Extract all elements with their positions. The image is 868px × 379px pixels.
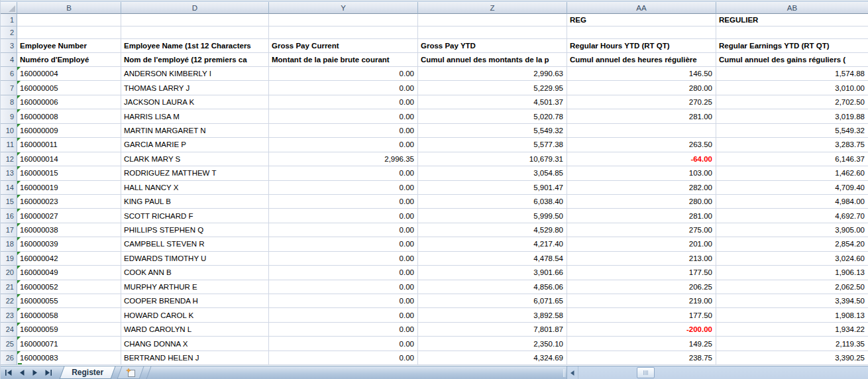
next-sheet-button[interactable] [29,368,40,378]
row-header[interactable]: 26 [1,351,17,365]
row-header[interactable]: 8 [1,95,17,109]
column-title-fr-B[interactable]: Numéro d'Employé [17,53,121,67]
cell-gross-pay-current[interactable]: 0.00 [269,252,418,266]
cell-regular-hours-ytd[interactable]: 201.00 [567,237,716,251]
column-title-fr-Y[interactable]: Montant de la paie brute courant [269,53,418,67]
cell-gross-pay-current[interactable]: 0.00 [269,323,418,337]
cell-employee-number[interactable]: 160000009 [17,124,121,138]
row-header[interactable]: 25 [1,337,17,351]
row-header[interactable]: 21 [1,280,17,294]
column-header-AA[interactable]: AA [567,2,716,14]
cell-gross-pay-current[interactable]: 0.00 [269,308,418,322]
row-header[interactable]: 17 [1,223,17,237]
cell-gross-pay-current[interactable]: 0.00 [269,280,418,294]
row-header[interactable]: 16 [1,209,17,223]
cell-employee-number[interactable]: 160000058 [17,308,121,322]
row-header[interactable]: 10 [1,124,17,138]
cell-employee-name[interactable]: HOWARD CAROL K [121,308,269,322]
previous-sheet-button[interactable] [16,368,27,378]
cell-regular-hours-ytd[interactable]: 206.25 [567,280,716,294]
cell-regular-earnings-ytd[interactable]: 4,692.70 [716,209,868,223]
column-header-Y[interactable]: Y [269,2,418,14]
column-title-en-B[interactable]: Employee Number [17,39,121,53]
cell-regular-earnings-ytd[interactable]: 3,019.88 [716,109,868,123]
row-header[interactable]: 4 [1,53,17,67]
cell-regular-earnings-ytd[interactable]: 3,905.00 [716,223,868,237]
cell-employee-number[interactable]: 160000055 [17,294,121,308]
cell-employee-number[interactable]: 160000083 [17,351,121,365]
cell-regular-hours-ytd[interactable]: -64.00 [567,152,716,166]
cell-regular-earnings-ytd[interactable]: 1,934.22 [716,323,868,337]
cell-employee-name[interactable]: MARTIN MARGARET N [121,124,269,138]
cell-employee-number[interactable]: 160000052 [17,280,121,294]
cell-employee-number[interactable]: 160000019 [17,181,121,195]
last-sheet-button[interactable] [42,368,54,378]
cell-regular-hours-ytd[interactable]: 177.50 [567,266,716,280]
cell-employee-number[interactable]: 160000038 [17,223,121,237]
row-header[interactable]: 15 [1,195,17,209]
cell-Z1[interactable] [418,14,567,27]
row-header[interactable]: 13 [1,166,17,180]
cell-employee-number[interactable]: 160000023 [17,195,121,209]
cell-regular-earnings-ytd[interactable]: 2,702.50 [716,95,868,109]
cell-regular-hours-ytd[interactable]: 213.00 [567,252,716,266]
cell-regular-earnings-ytd[interactable]: 1,462.60 [716,166,868,180]
cell-gross-pay-ytd[interactable]: 6,038.40 [418,195,567,209]
row-header[interactable]: 11 [1,138,17,152]
column-title-fr-Z[interactable]: Cumul annuel des montants de la p [418,53,567,67]
cell-gross-pay-ytd[interactable]: 5,901.47 [418,181,567,195]
cell-employee-number[interactable]: 160000049 [17,266,121,280]
cell-employee-name[interactable]: CLARK MARY S [121,152,269,166]
cell-employee-number[interactable]: 160000059 [17,323,121,337]
tab-scrollbar-splitter[interactable] [562,366,567,379]
cell-gross-pay-ytd[interactable]: 5,549.32 [418,124,567,138]
cell-employee-name[interactable]: BERTRAND HELEN J [121,351,269,365]
row-header[interactable]: 12 [1,152,17,166]
cell-employee-name[interactable]: THOMAS LARRY J [121,81,269,95]
cell-regular-hours-ytd[interactable]: 238.75 [567,351,716,365]
cell-B1[interactable] [17,14,121,27]
cell-regular-earnings-ytd[interactable]: 3,390.25 [716,351,868,365]
cell-employee-number[interactable]: 160000004 [17,67,121,81]
cell-Y1[interactable] [269,14,418,27]
cell-employee-number[interactable]: 160000005 [17,81,121,95]
column-title-fr-AB[interactable]: Cumul annuel des gains réguliers ( [716,53,868,67]
row-header[interactable]: 7 [1,81,17,95]
cell-regular-earnings-ytd[interactable]: 6,146.37 [716,152,868,166]
cell-employee-name[interactable]: HALL NANCY X [121,181,269,195]
horizontal-scrollbar[interactable] [567,366,868,379]
cell-employee-name[interactable]: GARCIA MARIE P [121,138,269,152]
cell-employee-name[interactable]: CAMPBELL STEVEN R [121,237,269,251]
column-title-en-AB[interactable]: Regular Earnings YTD (RT QT) [716,39,868,53]
cell-regular-hours-ytd[interactable]: 146.50 [567,67,716,81]
cell-gross-pay-current[interactable]: 0.00 [269,223,418,237]
select-all-corner[interactable] [1,2,17,14]
cell-employee-name[interactable]: JACKSON LAURA K [121,95,269,109]
cell-regular-earnings-ytd[interactable]: 2,854.20 [716,237,868,251]
cell-employee-number[interactable]: 160000014 [17,152,121,166]
cell-employee-name[interactable]: ANDERSON KIMBERLY I [121,67,269,81]
cell-gross-pay-ytd[interactable]: 5,020.78 [418,109,567,123]
cell-employee-name[interactable]: CHANG DONNA X [121,337,269,351]
column-title-fr-AA[interactable]: Cumul annuel des heures régulière [567,53,716,67]
cell-gross-pay-current[interactable]: 0.00 [269,67,418,81]
cell-employee-name[interactable]: PHILLIPS STEPHEN Q [121,223,269,237]
cell-regular-hours-ytd[interactable]: 103.00 [567,166,716,180]
cell-gross-pay-ytd[interactable]: 4,478.54 [418,252,567,266]
cell-employee-name[interactable]: RODRIGUEZ MATTHEW T [121,166,269,180]
cell-regular-hours-ytd[interactable]: 219.00 [567,294,716,308]
cell-gross-pay-ytd[interactable]: 3,901.66 [418,266,567,280]
column-header-Z[interactable]: Z [418,2,567,14]
cell-employee-number[interactable]: 160000011 [17,138,121,152]
cell-gross-pay-ytd[interactable]: 4,324.69 [418,351,567,365]
cell-employee-name[interactable]: SCOTT RICHARD F [121,209,269,223]
cell-B2[interactable] [17,27,121,39]
cell-regular-hours-ytd[interactable]: 282.00 [567,181,716,195]
cell-regular-earnings-ytd[interactable]: 3,010.00 [716,81,868,95]
cell-gross-pay-ytd[interactable]: 5,229.95 [418,81,567,95]
cell-gross-pay-current[interactable]: 0.00 [269,195,418,209]
cell-employee-number[interactable]: 160000042 [17,252,121,266]
cell-gross-pay-current[interactable]: 0.00 [269,124,418,138]
cell-AA1[interactable]: REG [567,14,716,27]
row-header[interactable]: 24 [1,323,17,337]
